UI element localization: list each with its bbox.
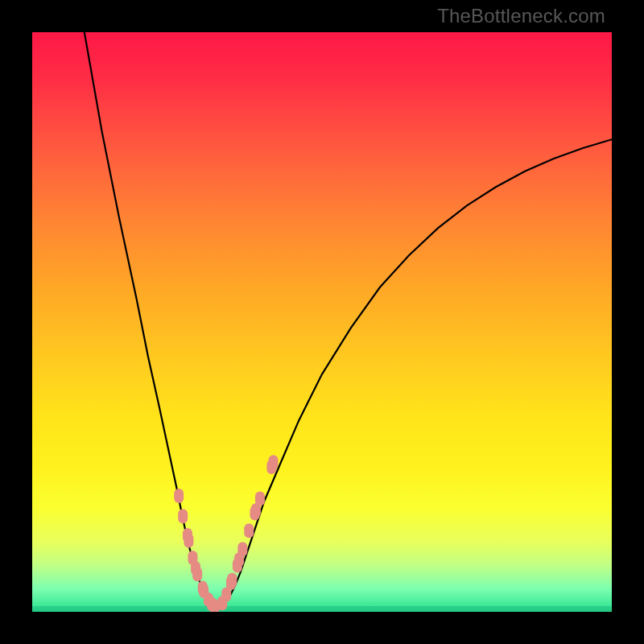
marker-dot	[237, 542, 247, 556]
plot-area	[32, 32, 612, 612]
curve-right-path	[217, 139, 612, 609]
marker-dot	[255, 492, 265, 506]
marker-dot	[269, 455, 279, 469]
marker-dot	[184, 533, 193, 547]
marker-layer	[174, 455, 278, 612]
marker-dot	[192, 567, 202, 581]
marker-dot	[178, 509, 188, 523]
marker-dot	[244, 523, 254, 538]
marker-dot	[174, 489, 184, 503]
svg-rect-0	[32, 606, 612, 612]
baseline-band	[32, 606, 612, 612]
watermark-text: TheBottleneck.com	[437, 5, 605, 27]
curve-left-path	[85, 32, 218, 609]
chart-overlay-svg	[32, 32, 612, 612]
chart-container: TheBottleneck.com	[0, 0, 644, 644]
marker-dot	[227, 572, 237, 587]
